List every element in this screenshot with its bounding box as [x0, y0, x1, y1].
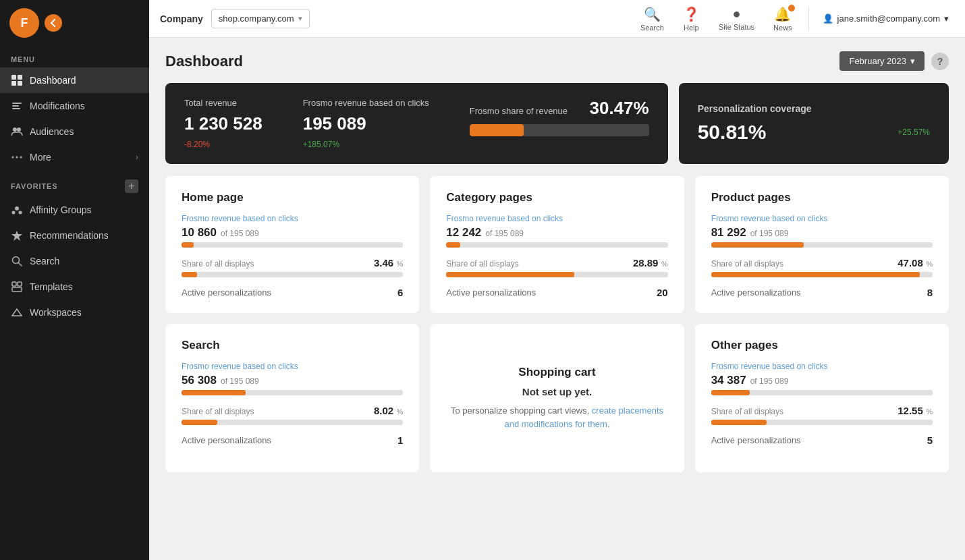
frosmo-logo-icon: F	[9, 8, 39, 38]
sidebar-logo: F	[0, 0, 149, 46]
share-label: Share of all displays	[711, 259, 783, 269]
svg-point-10	[17, 128, 21, 132]
sidebar-item-workspaces[interactable]: Workspaces	[0, 300, 149, 325]
search-nav-action[interactable]: 🔍 Search	[632, 2, 672, 36]
site-url: shop.company.com	[219, 13, 294, 24]
sidebar-toggle-button[interactable]	[45, 14, 62, 32]
revenue-bar-track	[182, 390, 403, 395]
revenue-metric: Frosmo revenue based on clicks 56 308 of…	[182, 362, 403, 395]
active-label: Active personalizations	[711, 435, 801, 445]
revenue-bar-track	[182, 242, 403, 248]
revenue-of: of 195 089	[750, 376, 789, 386]
revenue-value: 81 292	[711, 226, 746, 240]
sidebar-item-recommendations[interactable]: Recommendations	[0, 223, 149, 248]
workspaces-icon	[11, 306, 23, 318]
revenue-bar-fill	[711, 242, 804, 248]
news-label: News	[773, 24, 792, 32]
dashboard-help-button[interactable]: ?	[931, 53, 949, 70]
revenue-value-row: 56 308 of 195 089	[182, 374, 403, 387]
sidebar-item-affinity-groups-label: Affinity Groups	[30, 204, 138, 215]
svg-rect-4	[11, 81, 16, 86]
revenue-value: 34 387	[711, 374, 746, 387]
active-personalizations-row: Active personalizations 6	[182, 287, 403, 298]
share-unit: %	[661, 260, 668, 268]
sidebar-item-templates-label: Templates	[30, 281, 138, 292]
main-content: Company shop.company.com ▾ 🔍 Search ❓ He…	[149, 0, 965, 560]
revenue-of: of 195 089	[750, 229, 789, 238]
revenue-bar-fill	[182, 390, 246, 395]
revenue-metric: Frosmo revenue based on clicks 81 292 of…	[711, 214, 933, 248]
share-bar-fill	[182, 420, 217, 425]
stats-row: Total revenue 1 230 528 -8.20% Frosmo re…	[165, 83, 949, 164]
share-label: Share of all displays	[182, 407, 254, 416]
page-card-other: Other pages Frosmo revenue based on clic…	[695, 324, 949, 472]
share-bar-track	[711, 420, 933, 425]
company-label: Company	[160, 13, 203, 24]
share-unit: %	[926, 260, 933, 268]
sidebar-item-more[interactable]: More ›	[0, 144, 149, 170]
svg-rect-21	[12, 287, 22, 291]
help-nav-label: Help	[684, 24, 699, 32]
revenue-label: Frosmo revenue based on clicks	[711, 362, 933, 371]
share-value: 28.89	[633, 257, 659, 269]
sidebar-item-dashboard[interactable]: Dashboard	[0, 67, 149, 93]
news-badge	[788, 5, 795, 11]
stats-main-card: Total revenue 1 230 528 -8.20% Frosmo re…	[165, 83, 668, 164]
svg-rect-19	[12, 282, 16, 286]
help-nav-action[interactable]: ❓ Help	[675, 2, 708, 36]
frosmo-revenue-value: 195 089	[303, 113, 429, 134]
page-card-search-page: Search Frosmo revenue based on clicks 56…	[165, 324, 419, 472]
revenue-of: of 195 089	[221, 229, 259, 238]
site-status-nav-action[interactable]: ● Site Status	[711, 2, 763, 35]
site-status-icon: ●	[732, 6, 740, 22]
sidebar-item-search-label: Search	[30, 256, 138, 267]
site-selector[interactable]: shop.company.com ▾	[211, 9, 310, 28]
sidebar-item-templates[interactable]: Templates	[0, 274, 149, 300]
revenue-of: of 195 089	[221, 376, 259, 386]
news-nav-action[interactable]: 🔔 News	[765, 2, 800, 36]
content-area: Dashboard February 2023 ▾ ? Total revenu…	[149, 38, 965, 560]
share-unit: %	[926, 408, 933, 416]
more-chevron-icon: ›	[136, 152, 138, 162]
share-value: 30.47%	[589, 98, 649, 119]
user-menu[interactable]: 👤 jane.smith@company.com ▾	[817, 13, 954, 24]
total-revenue-value: 1 230 528	[184, 113, 263, 134]
add-favorite-button[interactable]: +	[125, 179, 138, 193]
svg-point-12	[16, 157, 18, 159]
date-filter-button[interactable]: February 2023 ▾	[839, 51, 925, 71]
svg-point-16	[19, 211, 22, 215]
share-metric: Share of all displays 3.46 %	[182, 257, 403, 277]
sidebar-item-audiences[interactable]: Audiences	[0, 119, 149, 144]
share-label: Frosmo share of revenue	[470, 106, 568, 116]
personalization-label: Personalization coverage	[698, 103, 930, 114]
search-nav-label: Search	[640, 24, 664, 32]
share-progress-bg	[470, 124, 649, 136]
personalization-change: +25.57%	[898, 128, 930, 137]
share-bar-track	[446, 272, 667, 277]
revenue-value-row: 81 292 of 195 089	[711, 226, 933, 240]
revenue-label: Frosmo revenue based on clicks	[182, 362, 403, 371]
revenue-bar-track	[711, 242, 933, 248]
active-personalizations-row: Active personalizations 8	[711, 287, 933, 298]
site-selector-chevron-icon: ▾	[298, 14, 302, 23]
page-card-home: Home page Frosmo revenue based on clicks…	[165, 176, 419, 313]
sidebar-item-affinity-groups[interactable]: Affinity Groups	[0, 197, 149, 223]
svg-point-11	[12, 157, 14, 159]
share-metric: Share of all displays 12.55 %	[711, 405, 933, 425]
svg-text:F: F	[21, 16, 28, 30]
share-value-row: Share of all displays 28.89 %	[446, 257, 667, 269]
svg-point-9	[13, 128, 17, 132]
revenue-label: Frosmo revenue based on clicks	[446, 214, 667, 223]
personalization-value: 50.81%	[698, 121, 767, 144]
not-setup-link[interactable]: create placements and modifications for …	[504, 405, 663, 429]
svg-rect-20	[18, 282, 22, 286]
sidebar-item-search[interactable]: Search	[0, 248, 149, 274]
revenue-label: Frosmo revenue based on clicks	[711, 214, 933, 223]
share-bar-fill	[446, 272, 574, 277]
affinity-groups-icon	[11, 204, 23, 216]
sidebar-item-modifications[interactable]: Modifications	[0, 93, 149, 119]
share-value-row: Share of all displays 47.08 %	[711, 257, 933, 269]
active-value: 20	[657, 287, 668, 298]
share-bar-track	[182, 420, 403, 425]
svg-point-14	[15, 206, 19, 211]
